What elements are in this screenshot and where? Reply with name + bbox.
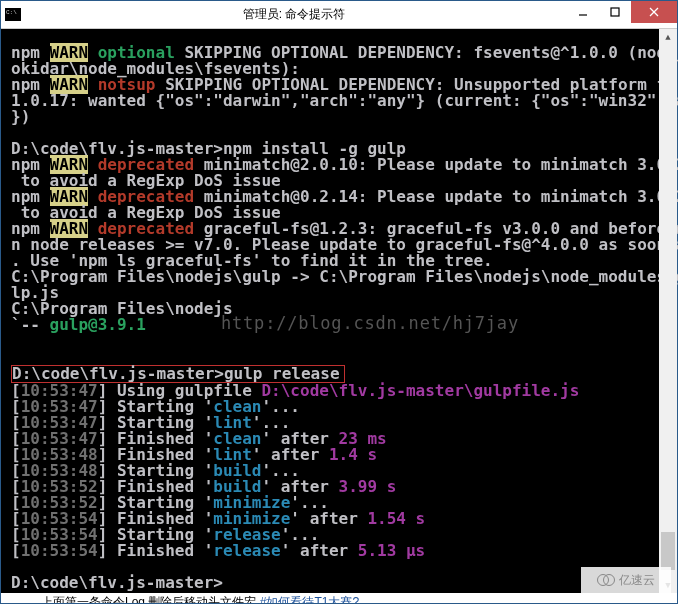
logo-text: 亿速云: [619, 572, 655, 589]
window-title: 管理员: 命令提示符: [21, 6, 567, 23]
command-prompt-window: 管理员: 命令提示符 npm WARN optional SKIPPING OP…: [0, 0, 678, 604]
logo-icon: [597, 573, 617, 587]
line: C:\Program Files\nodejs\gulp -> C:\Progr…: [11, 267, 678, 286]
line: `-- gulp@3.9.1: [11, 315, 146, 334]
svg-rect-1: [611, 8, 619, 16]
line: [10:53:54] Finished 'release' after 5.13…: [11, 541, 425, 560]
close-button[interactable]: [631, 1, 677, 23]
logo-watermark: 亿速云: [581, 567, 671, 593]
vertical-scrollbar[interactable]: ▲ ▼: [659, 29, 677, 595]
scroll-thumb[interactable]: [661, 532, 675, 570]
terminal-output: npm WARN optional SKIPPING OPTIONAL DEPE…: [9, 29, 669, 591]
titlebar[interactable]: 管理员: 命令提示符: [1, 1, 677, 29]
line: }): [11, 107, 30, 126]
watermark-text: http://blog.csdn.net/hj7jay: [221, 313, 519, 333]
terminal-client[interactable]: npm WARN optional SKIPPING OPTIONAL DEPE…: [9, 29, 669, 595]
titlebar-left: [1, 8, 21, 21]
cmd-icon: [5, 8, 21, 21]
line: 1.0.17: wanted {"os":"darwin","arch":"an…: [11, 91, 678, 110]
scroll-track[interactable]: [659, 47, 677, 577]
scroll-up-button[interactable]: ▲: [659, 29, 677, 47]
bottom-text: 上面第一条命令Log 删除后移动头文件宏 #如何看待T1大赛?: [1, 595, 359, 603]
minimize-button[interactable]: [567, 1, 599, 23]
prompt: D:\code\flv.js-master>: [11, 573, 223, 592]
bottom-strip: 上面第一条命令Log 删除后移动头文件宏 #如何看待T1大赛?: [1, 593, 677, 603]
maximize-button[interactable]: [599, 1, 631, 23]
window-buttons: [567, 1, 677, 28]
